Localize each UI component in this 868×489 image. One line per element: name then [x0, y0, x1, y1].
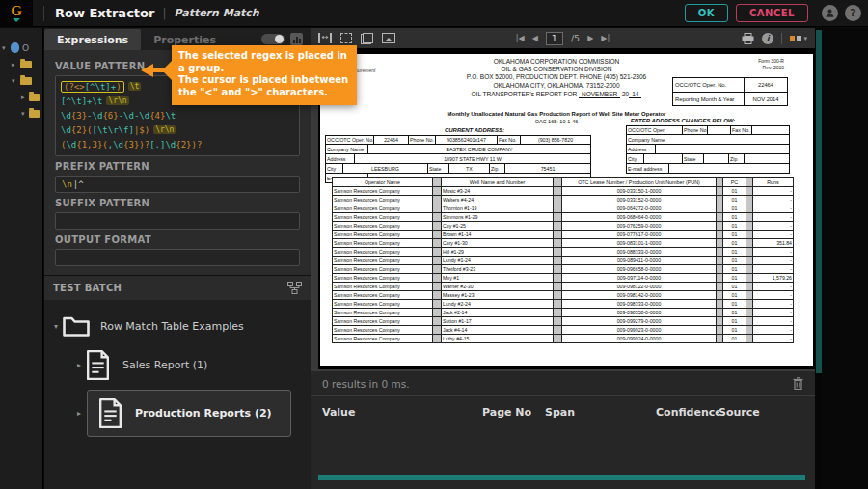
row-extractor-window: G Row Extractor | Pattern Match OK CANCE…: [0, 0, 868, 489]
toolbar-divider: [781, 33, 782, 44]
selected-regex-group[interactable]: (?<>[^\t]+): [61, 81, 124, 93]
tree-node-row-match-examples[interactable]: ▾ Row Match Table Examples: [50, 314, 311, 338]
database-icon: [11, 42, 19, 53]
doc-table-row: Samson Resources Company Warner #2-30 00…: [333, 283, 794, 291]
regex-line[interactable]: (\d{1,3}(,\d{3})?[.]\d{2})?: [61, 137, 294, 151]
suffix-pattern-input[interactable]: [55, 212, 300, 230]
page-number-input[interactable]: 1: [546, 32, 563, 45]
folder-icon: [20, 77, 32, 85]
enter-address-label: ENTER ADDRESS CHANGES BELOW:: [582, 118, 784, 123]
doc-table-row: Samson Resources Company Massey #1-23 00…: [333, 291, 794, 300]
title-separator: |: [162, 7, 166, 20]
production-table: Operator Name Well Name and Number OTC L…: [332, 177, 794, 343]
tree-caret-icon[interactable]: ▸: [21, 94, 29, 101]
tooltip-arrow-icon: [141, 64, 153, 77]
tree-caret-icon[interactable]: ▸: [12, 61, 20, 68]
tree-node-sales-report[interactable]: ▸ Sales Report (1): [73, 349, 311, 381]
doc-table-row: Samson Resources Company Jack #2-14 009-…: [333, 309, 794, 317]
layout-menu-button[interactable]: ▾: [790, 35, 807, 42]
cancel-button[interactable]: CANCEL: [736, 4, 808, 22]
tree-node-label: Sales Report (1): [122, 359, 207, 371]
mini-tree-node[interactable]: ▾: [0, 72, 42, 89]
doc-header-line: P.O. BOX 52000, PRODUCTION DEPT. PHONE (…: [412, 73, 701, 81]
doc-table-row: Samson Resources Company Lundy #1-24 009…: [333, 257, 794, 265]
mini-tree-node[interactable]: ▸: [0, 89, 42, 105]
print-button[interactable]: [742, 33, 754, 44]
logo-letter: G: [11, 5, 22, 17]
current-address-block: OCC/OTC Oper. No. 22464 Phone No. 903856…: [325, 135, 591, 183]
toggle-knob: [275, 35, 284, 43]
whitespace-badge: \r\n: [153, 125, 176, 134]
doc-table-row: Samson Resources Company Coy #1-25 009-0…: [333, 222, 794, 231]
question-mark-icon: ?: [850, 7, 855, 19]
user-account-button[interactable]: [822, 5, 838, 21]
last-page-button[interactable]: ▶|: [601, 34, 610, 42]
pages-icon[interactable]: [361, 33, 373, 44]
tab-expressions[interactable]: Expressions: [44, 29, 141, 50]
prefix-pattern-input[interactable]: \n |^: [55, 176, 300, 193]
results-panel: 0 results in 0 ms. ValuePage NoSpanConfi…: [311, 371, 815, 489]
document-icon: [97, 397, 123, 429]
tree-caret-icon[interactable]: ▾: [12, 77, 20, 85]
doc-table-row: Samson Resources Company Sutton #1-17 00…: [333, 317, 794, 326]
logo-chevron-icon: [13, 18, 20, 22]
doc-table-row: Samson Resources Company Brown #1-14 009…: [333, 231, 794, 239]
right-filler: [822, 28, 868, 489]
selected-test-item[interactable]: Production Reports (2): [87, 390, 291, 437]
help-button[interactable]: ?: [845, 5, 861, 21]
whitespace-badge: \r\n: [106, 96, 128, 105]
doc-table-row: Samson Resources Company Cory #1-30 009-…: [333, 239, 794, 248]
sitemap-icon[interactable]: [287, 282, 302, 294]
top-bar: G Row Extractor | Pattern Match OK CANCE…: [0, 0, 868, 27]
doc-table-row: Samson Resources Company Hill #1-29 009-…: [333, 248, 794, 257]
mini-tree-node[interactable]: ▸: [0, 56, 42, 72]
fit-width-icon[interactable]: ↔: [318, 33, 332, 43]
mini-tree-label: O: [22, 43, 29, 53]
regex-line[interactable]: \d{3}-\d{6}-\d-\d{4}\t: [61, 108, 294, 122]
next-page-button[interactable]: ▶: [587, 34, 593, 42]
results-status: 0 results in 0 ms.: [322, 378, 410, 390]
prefix-value-part2: |^: [73, 179, 84, 189]
page-total-label: /5: [571, 33, 580, 43]
regex-help-tooltip: The selected regex is placed in a group.…: [172, 45, 357, 105]
scanned-page: the 30th of the following Measurement OK…: [318, 48, 815, 369]
doc-header-line: OKLAHOMA CORPORATION COMMISSION: [412, 58, 701, 66]
results-column-header: Page No: [482, 406, 545, 419]
document-canvas[interactable]: the 30th of the following Measurement OK…: [311, 48, 815, 371]
mini-tree: ▾O▸▾▸▾: [0, 28, 43, 489]
info-button[interactable]: i: [762, 33, 773, 44]
regex-line[interactable]: \d{2}([\t\r\f]|$)\r\n: [61, 122, 294, 137]
test-batch-label: TEST BATCH: [53, 283, 122, 293]
horizontal-scrollbar[interactable]: [318, 475, 805, 480]
doc-header-line: OIL & GAS CONSERVATION DIVISION: [412, 66, 701, 73]
chevron-down-icon[interactable]: ▾: [50, 322, 62, 331]
doc-table-row: Samson Resources Company Walters #4-24 0…: [333, 196, 794, 204]
tooltip-arrow-bar: [152, 68, 174, 72]
clear-results-button[interactable]: [793, 377, 803, 390]
doc-header: OKLAHOMA CORPORATION COMMISSIONOIL & GAS…: [412, 58, 701, 99]
folder-icon: [29, 110, 40, 118]
mini-tree-node[interactable]: ▾O: [0, 40, 42, 56]
stats-icon[interactable]: [290, 33, 303, 45]
chevron-right-icon[interactable]: ▸: [73, 409, 85, 418]
output-format-label: OUTPUT FORMAT: [55, 234, 300, 245]
doc-table-row: Samson Resources Company Simmons #1-29 0…: [333, 213, 794, 222]
tree-caret-icon[interactable]: ▾: [2, 44, 11, 52]
results-column-header: Value: [322, 406, 482, 419]
tree-caret-icon[interactable]: ▾: [21, 110, 29, 118]
first-page-button[interactable]: |◀: [516, 34, 525, 42]
document-viewer: ↔ |◀ ◀ 1 /5 ▶ ▶| i: [311, 28, 822, 489]
app-logo: G: [0, 0, 33, 27]
doc-header-line: OKLAHOMA CITY, OKLAHOMA. 73152-2000: [412, 82, 701, 90]
output-format-input[interactable]: [55, 249, 300, 266]
marquee-select-icon[interactable]: [340, 33, 352, 43]
mini-tree-node[interactable]: ▾: [0, 105, 42, 122]
prev-page-button[interactable]: ◀: [532, 34, 538, 42]
ok-button[interactable]: OK: [685, 4, 728, 22]
results-header-row: ValuePage NoSpanConfidenceSource: [311, 396, 815, 428]
panel-toggle[interactable]: [261, 34, 285, 44]
tree-node-production-reports[interactable]: ▸ Production Reports (2): [73, 390, 311, 437]
address-changes-block: OCC/OTC Oper. No. Phone No. Fax No. Comp…: [626, 125, 790, 174]
image-view-icon[interactable]: [382, 33, 395, 43]
chevron-right-icon[interactable]: ▸: [73, 361, 85, 369]
